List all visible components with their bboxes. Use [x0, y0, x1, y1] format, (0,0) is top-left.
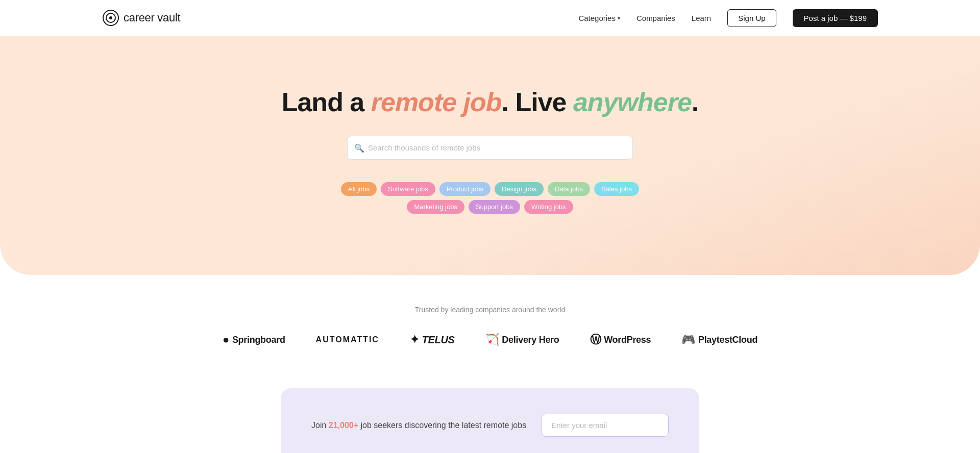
cta-section: Join 21,000+ job seekers discovering the…: [281, 388, 699, 453]
categories-label: Categories: [578, 14, 616, 22]
logo-icon: [102, 9, 119, 27]
logo-mark-icon: 🎮: [681, 333, 695, 346]
logo-playtestcloud: 🎮PlaytestCloud: [681, 333, 757, 346]
cta-text-prefix: Join: [311, 421, 329, 430]
title-accent1: remote job: [371, 87, 502, 117]
logo-automattic: AUTOMATTIC: [316, 335, 379, 344]
tag-all-jobs[interactable]: All jobs: [341, 182, 377, 196]
logo-mark-icon: 🏹: [485, 333, 499, 346]
email-input[interactable]: [542, 414, 669, 437]
tag-marketing-jobs[interactable]: Marketing jobs: [407, 200, 464, 214]
company-name: AUTOMATTIC: [316, 335, 379, 344]
company-name: PlaytestCloud: [698, 335, 757, 345]
search-icon: 🔍: [354, 143, 364, 153]
logo-mark-icon: Ⓦ: [590, 332, 601, 347]
title-accent2: anywhere: [573, 87, 692, 117]
search-input[interactable]: [347, 136, 633, 160]
logos-row: ●SpringboardAUTOMATTIC✦TELUS🏹Delivery He…: [10, 332, 970, 347]
cta-wrapper: Join 21,000+ job seekers discovering the…: [0, 388, 980, 453]
title-suffix: .: [692, 87, 698, 117]
signup-button[interactable]: Sign Up: [727, 9, 776, 27]
tag-support-jobs[interactable]: Support jobs: [469, 200, 520, 214]
trusted-section: Trusted by leading companies around the …: [0, 275, 980, 388]
hero-section: Land a remote job. Live anywhere. 🔍 All …: [0, 36, 980, 275]
cta-accent: 21,000+: [329, 421, 358, 430]
company-name: WordPress: [604, 335, 651, 345]
cta-text: Join 21,000+ job seekers discovering the…: [311, 421, 526, 430]
company-name: TELUS: [422, 334, 455, 346]
companies-link[interactable]: Companies: [636, 14, 675, 22]
logo-text: career vault: [124, 11, 180, 24]
logo-mark-icon: ✦: [410, 333, 419, 346]
svg-point-2: [109, 16, 112, 19]
logo-telus: ✦TELUS: [410, 333, 455, 346]
tag-software-jobs[interactable]: Software jobs: [381, 182, 435, 196]
navbar: career vault Categories ▾ Companies Lear…: [0, 0, 980, 36]
logo-mark-icon: ●: [223, 333, 229, 346]
company-name: Springboard: [232, 335, 285, 345]
tags-container: All jobsSoftware jobsProduct jobsDesign …: [311, 182, 669, 214]
chevron-down-icon: ▾: [618, 15, 620, 21]
logo-wordpress: ⓌWordPress: [590, 332, 651, 347]
trusted-label: Trusted by leading companies around the …: [10, 306, 970, 314]
tag-writing-jobs[interactable]: Writing jobs: [524, 200, 573, 214]
nav-links: Categories ▾ Companies Learn Sign Up Pos…: [578, 9, 878, 27]
hero-title: Land a remote job. Live anywhere.: [10, 87, 970, 117]
logo-springboard: ●Springboard: [223, 333, 285, 346]
tag-data-jobs[interactable]: Data jobs: [548, 182, 590, 196]
cta-text-suffix: job seekers discovering the latest remot…: [358, 421, 526, 430]
logo[interactable]: career vault: [102, 9, 180, 27]
search-wrapper: 🔍: [347, 136, 633, 160]
title-middle: . Live: [502, 87, 573, 117]
post-job-button[interactable]: Post a job — $199: [793, 9, 878, 27]
title-prefix: Land a: [282, 87, 371, 117]
logo-delivery-hero: 🏹Delivery Hero: [485, 333, 559, 346]
learn-link[interactable]: Learn: [692, 14, 711, 22]
tag-design-jobs[interactable]: Design jobs: [495, 182, 544, 196]
categories-dropdown[interactable]: Categories ▾: [578, 14, 620, 22]
tag-product-jobs[interactable]: Product jobs: [439, 182, 491, 196]
tag-sales-jobs[interactable]: Sales jobs: [594, 182, 639, 196]
company-name: Delivery Hero: [502, 335, 559, 345]
